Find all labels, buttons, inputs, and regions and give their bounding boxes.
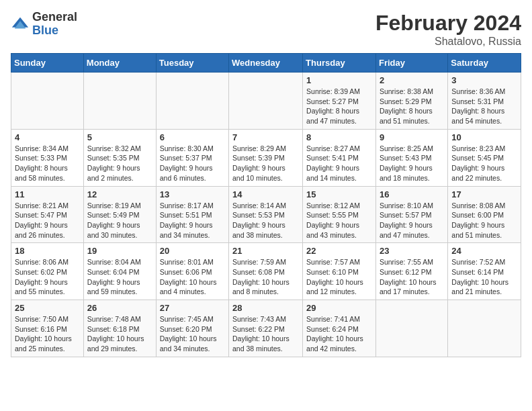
- day-info: Sunrise: 8:32 AMSunset: 5:35 PMDaylight:…: [87, 144, 152, 183]
- day-cell: 24Sunrise: 7:52 AMSunset: 6:14 PMDayligh…: [448, 243, 521, 300]
- day-number: 9: [380, 132, 444, 142]
- day-cell: 1Sunrise: 8:39 AMSunset: 5:27 PMDaylight…: [303, 73, 376, 130]
- day-info: Sunrise: 8:29 AMSunset: 5:39 PMDaylight:…: [232, 144, 299, 183]
- day-cell: [156, 73, 228, 130]
- day-info: Sunrise: 8:27 AMSunset: 5:41 PMDaylight:…: [306, 144, 372, 183]
- day-cell: 5Sunrise: 8:32 AMSunset: 5:35 PMDaylight…: [83, 129, 156, 186]
- day-info: Sunrise: 8:12 AMSunset: 5:55 PMDaylight:…: [306, 201, 372, 240]
- day-number: 14: [232, 189, 299, 199]
- day-number: 21: [232, 246, 299, 256]
- day-cell: 12Sunrise: 8:19 AMSunset: 5:49 PMDayligh…: [83, 186, 156, 243]
- week-row-1: 1Sunrise: 8:39 AMSunset: 5:27 PMDaylight…: [11, 73, 521, 130]
- day-number: 10: [451, 132, 517, 142]
- day-cell: 4Sunrise: 8:34 AMSunset: 5:33 PMDaylight…: [11, 129, 84, 186]
- day-info: Sunrise: 8:06 AMSunset: 6:02 PMDaylight:…: [15, 257, 80, 297]
- month-year-title: February 2024: [375, 11, 521, 36]
- day-cell: 20Sunrise: 8:01 AMSunset: 6:06 PMDayligh…: [156, 243, 228, 300]
- day-cell: 16Sunrise: 8:10 AMSunset: 5:57 PMDayligh…: [375, 186, 447, 243]
- day-number: 27: [160, 303, 225, 313]
- day-cell: 22Sunrise: 7:57 AMSunset: 6:10 PMDayligh…: [303, 243, 376, 300]
- column-header-tuesday: Tuesday: [156, 54, 228, 73]
- column-header-sunday: Sunday: [11, 54, 84, 73]
- day-number: 2: [380, 75, 444, 85]
- day-number: 22: [306, 246, 372, 256]
- day-info: Sunrise: 8:38 AMSunset: 5:29 PMDaylight:…: [380, 87, 444, 126]
- day-cell: 15Sunrise: 8:12 AMSunset: 5:55 PMDayligh…: [303, 186, 376, 243]
- day-cell: 2Sunrise: 8:38 AMSunset: 5:29 PMDaylight…: [375, 73, 447, 130]
- day-cell: 13Sunrise: 8:17 AMSunset: 5:51 PMDayligh…: [156, 186, 228, 243]
- day-number: 26: [87, 303, 152, 313]
- day-cell: 21Sunrise: 7:59 AMSunset: 6:08 PMDayligh…: [229, 243, 303, 300]
- day-cell: 3Sunrise: 8:36 AMSunset: 5:31 PMDaylight…: [448, 73, 521, 130]
- day-cell: 25Sunrise: 7:50 AMSunset: 6:16 PMDayligh…: [11, 300, 84, 357]
- day-cell: [448, 300, 521, 357]
- logo: General Blue: [11, 11, 77, 38]
- day-cell: 11Sunrise: 8:21 AMSunset: 5:47 PMDayligh…: [11, 186, 84, 243]
- day-info: Sunrise: 8:21 AMSunset: 5:47 PMDaylight:…: [15, 201, 80, 240]
- week-row-3: 11Sunrise: 8:21 AMSunset: 5:47 PMDayligh…: [11, 186, 521, 243]
- day-number: 8: [306, 132, 372, 142]
- day-cell: [375, 300, 447, 357]
- column-header-thursday: Thursday: [303, 54, 376, 73]
- day-cell: 28Sunrise: 7:43 AMSunset: 6:22 PMDayligh…: [229, 300, 303, 357]
- day-info: Sunrise: 8:01 AMSunset: 6:06 PMDaylight:…: [160, 257, 225, 297]
- day-info: Sunrise: 7:57 AMSunset: 6:10 PMDaylight:…: [306, 257, 372, 297]
- day-info: Sunrise: 8:23 AMSunset: 5:45 PMDaylight:…: [451, 144, 517, 183]
- column-header-wednesday: Wednesday: [229, 54, 303, 73]
- day-number: 25: [15, 303, 80, 313]
- day-info: Sunrise: 7:50 AMSunset: 6:16 PMDaylight:…: [15, 314, 80, 354]
- day-info: Sunrise: 7:43 AMSunset: 6:22 PMDaylight:…: [232, 314, 299, 354]
- day-info: Sunrise: 8:30 AMSunset: 5:37 PMDaylight:…: [160, 144, 225, 183]
- day-cell: 29Sunrise: 7:41 AMSunset: 6:24 PMDayligh…: [303, 300, 376, 357]
- day-cell: 14Sunrise: 8:14 AMSunset: 5:53 PMDayligh…: [229, 186, 303, 243]
- day-info: Sunrise: 8:25 AMSunset: 5:43 PMDaylight:…: [380, 144, 444, 183]
- day-cell: 18Sunrise: 8:06 AMSunset: 6:02 PMDayligh…: [11, 243, 84, 300]
- title-area: February 2024 Shatalovo, Russia: [375, 11, 521, 48]
- day-number: 4: [15, 132, 80, 142]
- day-info: Sunrise: 8:39 AMSunset: 5:27 PMDaylight:…: [306, 87, 372, 126]
- day-info: Sunrise: 7:52 AMSunset: 6:14 PMDaylight:…: [451, 257, 517, 297]
- day-number: 3: [451, 75, 517, 85]
- day-cell: 23Sunrise: 7:55 AMSunset: 6:12 PMDayligh…: [375, 243, 447, 300]
- day-info: Sunrise: 7:55 AMSunset: 6:12 PMDaylight:…: [380, 257, 444, 297]
- day-info: Sunrise: 8:08 AMSunset: 6:00 PMDaylight:…: [451, 201, 517, 240]
- day-number: 19: [87, 246, 152, 256]
- day-cell: 9Sunrise: 8:25 AMSunset: 5:43 PMDaylight…: [375, 129, 447, 186]
- header: General Blue February 2024 Shatalovo, Ru…: [11, 11, 521, 48]
- column-header-friday: Friday: [375, 54, 447, 73]
- day-cell: 19Sunrise: 8:04 AMSunset: 6:04 PMDayligh…: [83, 243, 156, 300]
- day-cell: [229, 73, 303, 130]
- day-cell: 6Sunrise: 8:30 AMSunset: 5:37 PMDaylight…: [156, 129, 228, 186]
- day-info: Sunrise: 7:45 AMSunset: 6:20 PMDaylight:…: [160, 314, 225, 354]
- day-number: 6: [160, 132, 225, 142]
- day-number: 24: [451, 246, 517, 256]
- week-row-5: 25Sunrise: 7:50 AMSunset: 6:16 PMDayligh…: [11, 300, 521, 357]
- week-row-4: 18Sunrise: 8:06 AMSunset: 6:02 PMDayligh…: [11, 243, 521, 300]
- day-number: 5: [87, 132, 152, 142]
- day-number: 28: [232, 303, 299, 313]
- day-cell: 26Sunrise: 7:48 AMSunset: 6:18 PMDayligh…: [83, 300, 156, 357]
- calendar-table: SundayMondayTuesdayWednesdayThursdayFrid…: [11, 53, 521, 357]
- day-cell: 17Sunrise: 8:08 AMSunset: 6:00 PMDayligh…: [448, 186, 521, 243]
- day-info: Sunrise: 8:04 AMSunset: 6:04 PMDaylight:…: [87, 257, 152, 297]
- logo-text: General Blue: [32, 11, 77, 38]
- header-row: SundayMondayTuesdayWednesdayThursdayFrid…: [11, 54, 521, 73]
- location-subtitle: Shatalovo, Russia: [375, 36, 521, 48]
- day-cell: 8Sunrise: 8:27 AMSunset: 5:41 PMDaylight…: [303, 129, 376, 186]
- day-number: 13: [160, 189, 225, 199]
- day-number: 17: [451, 189, 517, 199]
- day-number: 23: [380, 246, 444, 256]
- day-number: 12: [87, 189, 152, 199]
- day-number: 18: [15, 246, 80, 256]
- day-number: 7: [232, 132, 299, 142]
- day-info: Sunrise: 8:34 AMSunset: 5:33 PMDaylight:…: [15, 144, 80, 183]
- day-info: Sunrise: 8:10 AMSunset: 5:57 PMDaylight:…: [380, 201, 444, 240]
- day-info: Sunrise: 7:59 AMSunset: 6:08 PMDaylight:…: [232, 257, 299, 297]
- day-number: 29: [306, 303, 372, 313]
- day-cell: 27Sunrise: 7:45 AMSunset: 6:20 PMDayligh…: [156, 300, 228, 357]
- day-number: 20: [160, 246, 225, 256]
- day-info: Sunrise: 8:36 AMSunset: 5:31 PMDaylight:…: [451, 87, 517, 126]
- day-number: 11: [15, 189, 80, 199]
- column-header-saturday: Saturday: [448, 54, 521, 73]
- day-info: Sunrise: 7:41 AMSunset: 6:24 PMDaylight:…: [306, 314, 372, 354]
